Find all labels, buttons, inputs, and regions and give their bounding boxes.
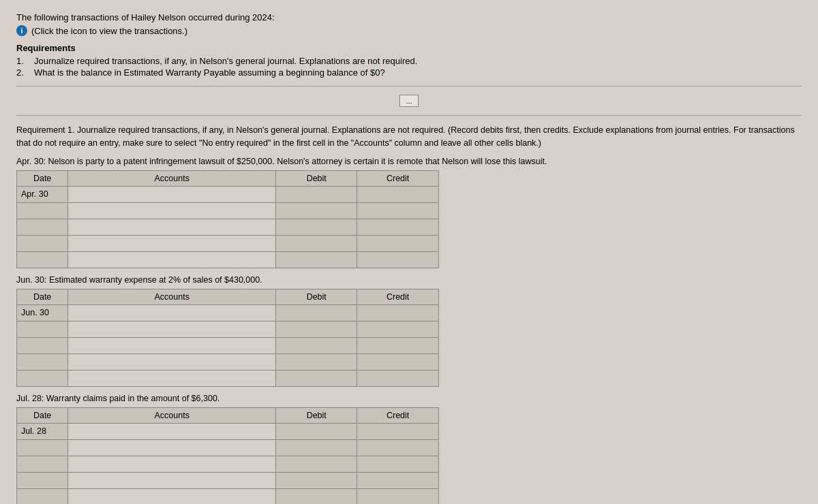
jun30-debit-cell-2[interactable] — [276, 321, 357, 337]
apr30-accounts-input-2[interactable] — [68, 203, 275, 219]
apr30-credit-input-5[interactable] — [357, 252, 438, 268]
jul28-credit-cell-5[interactable] — [357, 488, 439, 504]
jul28-credit-input-2[interactable] — [357, 440, 438, 456]
jun30-debit-input-3[interactable] — [276, 338, 357, 353]
jul28-debit-cell-5[interactable] — [276, 488, 357, 504]
apr30-debit-cell-5[interactable] — [276, 251, 357, 268]
apr30-credit-input-3[interactable] — [357, 219, 438, 235]
apr30-accounts-cell-1[interactable] — [68, 186, 276, 202]
apr30-credit-input-4[interactable] — [357, 236, 438, 251]
jul28-accounts-input-4[interactable] — [68, 473, 275, 488]
jul28-debit-input-1[interactable] — [276, 424, 357, 439]
jul28-debit-input-4[interactable] — [276, 473, 357, 488]
apr30-credit-cell-5[interactable] — [357, 251, 439, 268]
jun30-credit-input-4[interactable] — [357, 354, 438, 370]
jun30-accounts-input-3[interactable] — [68, 338, 275, 353]
apr30-credit-cell-3[interactable] — [357, 219, 439, 235]
jun30-credit-input-2[interactable] — [357, 321, 438, 337]
jul28-debit-cell-2[interactable] — [276, 439, 357, 456]
jul28-credit-input-1[interactable] — [357, 424, 438, 439]
apr30-accounts-input-3[interactable] — [68, 219, 275, 235]
jul28-credit-input-3[interactable] — [357, 456, 438, 472]
apr30-accounts-cell-2[interactable] — [68, 202, 276, 219]
apr30-debit-input-2[interactable] — [276, 203, 357, 219]
jul28-debit-input-3[interactable] — [276, 456, 357, 472]
apr30-accounts-input-4[interactable] — [68, 236, 275, 251]
jun30-accounts-cell-3[interactable] — [68, 337, 276, 353]
apr30-accounts-input-1[interactable] — [68, 187, 275, 202]
table-row: Jul. 28 — [17, 423, 439, 439]
jun30-debit-input-1[interactable] — [276, 305, 357, 321]
apr30-credit-cell-2[interactable] — [357, 202, 439, 219]
jul28-debit-input-2[interactable] — [276, 440, 357, 456]
apr30-accounts-input-5[interactable] — [68, 252, 275, 268]
jun30-credit-cell-4[interactable] — [357, 353, 439, 370]
apr30-debit-cell-1[interactable] — [276, 186, 357, 202]
jul28-debit-cell-4[interactable] — [276, 472, 357, 488]
jul28-credit-input-4[interactable] — [357, 473, 438, 488]
jul28-accounts-cell-4[interactable] — [68, 472, 276, 488]
jul28-debit-cell-1[interactable] — [276, 423, 357, 439]
apr30-debit-input-3[interactable] — [276, 219, 357, 235]
jun30-credit-input-5[interactable] — [357, 371, 438, 386]
jun30-accounts-input-5[interactable] — [68, 371, 275, 386]
jun30-accounts-cell-4[interactable] — [68, 353, 276, 370]
apr30-credit-cell-1[interactable] — [357, 186, 439, 202]
apr30-credit-input-2[interactable] — [357, 203, 438, 219]
jun30-debit-input-2[interactable] — [276, 321, 357, 337]
jul28-credit-cell-2[interactable] — [357, 439, 439, 456]
jul28-credit-cell-3[interactable] — [357, 456, 439, 472]
jun30-credit-cell-5[interactable] — [357, 370, 439, 386]
jul28-label: Jul. 28: Warranty claims paid in the amo… — [16, 394, 802, 403]
jul28-date-header: Date — [17, 407, 68, 423]
apr30-debit-cell-3[interactable] — [276, 219, 357, 235]
jun30-debit-cell-4[interactable] — [276, 353, 357, 370]
more-button[interactable]: ... — [399, 95, 418, 107]
jul28-accounts-cell-3[interactable] — [68, 456, 276, 472]
jul28-accounts-input-5[interactable] — [68, 489, 275, 505]
jun30-accounts-cell-5[interactable] — [68, 370, 276, 386]
apr30-accounts-cell-3[interactable] — [68, 219, 276, 235]
jun30-accounts-cell-1[interactable] — [68, 304, 276, 321]
jul28-accounts-cell-5[interactable] — [68, 488, 276, 504]
intro-line1: The following transactions of Hailey Nel… — [16, 12, 802, 22]
jul28-accounts-cell-1[interactable] — [68, 423, 276, 439]
jul28-accounts-cell-2[interactable] — [68, 439, 276, 456]
jun30-credit-cell-1[interactable] — [357, 304, 439, 321]
jun30-debit-input-5[interactable] — [276, 371, 357, 386]
jul28-credit-cell-4[interactable] — [357, 472, 439, 488]
jul28-credit-cell-1[interactable] — [357, 423, 439, 439]
jun30-credit-input-1[interactable] — [357, 305, 438, 321]
apr30-credit-cell-4[interactable] — [357, 235, 439, 251]
jun30-accounts-input-1[interactable] — [68, 305, 275, 321]
apr30-debit-input-5[interactable] — [276, 252, 357, 268]
jul28-accounts-input-3[interactable] — [68, 456, 275, 472]
apr30-date-cell-4 — [17, 235, 68, 251]
apr30-credit-input-1[interactable] — [357, 187, 438, 202]
apr30-debit-input-4[interactable] — [276, 236, 357, 251]
apr30-accounts-cell-5[interactable] — [68, 251, 276, 268]
jun30-debit-cell-5[interactable] — [276, 370, 357, 386]
apr30-debit-cell-4[interactable] — [276, 235, 357, 251]
table-row — [17, 439, 439, 456]
jun30-debit-cell-1[interactable] — [276, 304, 357, 321]
jun30-credit-input-3[interactable] — [357, 338, 438, 353]
jul28-accounts-input-1[interactable] — [68, 424, 275, 439]
info-icon[interactable]: i — [16, 25, 27, 36]
table-row — [17, 488, 439, 504]
jul28-accounts-input-2[interactable] — [68, 440, 275, 456]
jun30-accounts-cell-2[interactable] — [68, 321, 276, 337]
jul28-credit-input-5[interactable] — [357, 489, 438, 505]
jun30-credit-cell-3[interactable] — [357, 337, 439, 353]
apr30-debit-cell-2[interactable] — [276, 202, 357, 219]
jun30-debit-input-4[interactable] — [276, 354, 357, 370]
jun30-debit-cell-3[interactable] — [276, 337, 357, 353]
jul28-debit-input-5[interactable] — [276, 489, 357, 505]
apr30-accounts-cell-4[interactable] — [68, 235, 276, 251]
jul28-debit-cell-3[interactable] — [276, 456, 357, 472]
jul28-accounts-header: Accounts — [68, 407, 276, 423]
jun30-accounts-input-2[interactable] — [68, 321, 275, 337]
apr30-debit-input-1[interactable] — [276, 187, 357, 202]
jun30-credit-cell-2[interactable] — [357, 321, 439, 337]
jun30-accounts-input-4[interactable] — [68, 354, 275, 370]
